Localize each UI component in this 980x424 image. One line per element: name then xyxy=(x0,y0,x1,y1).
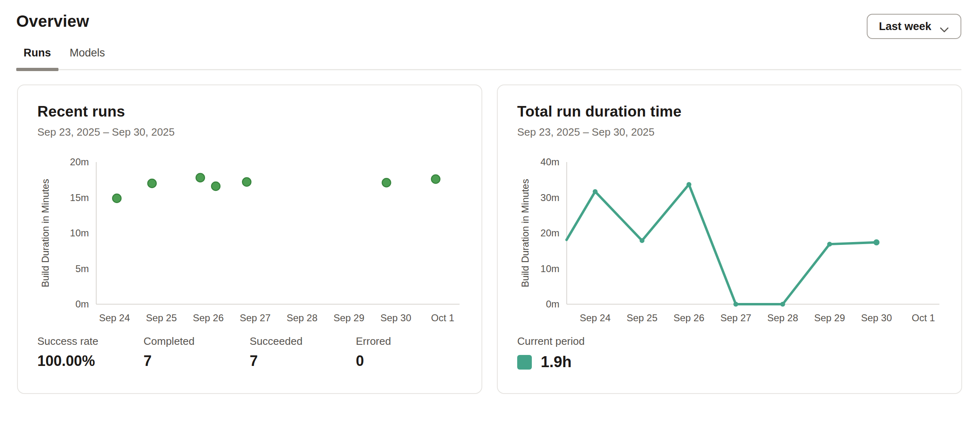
recent-runs-chart: 0m5m10m15m20mSep 24Sep 25Sep 26Sep 27Sep… xyxy=(37,153,462,329)
svg-text:Sep 27: Sep 27 xyxy=(720,312,751,323)
tab-runs-label: Runs xyxy=(24,47,51,59)
stat-value: 7 xyxy=(144,353,250,370)
card-date-range: Sep 23, 2025 – Sep 30, 2025 xyxy=(517,126,942,138)
svg-text:Oct 1: Oct 1 xyxy=(431,312,454,323)
cards-row: Recent runs Sep 23, 2025 – Sep 30, 2025 … xyxy=(17,84,962,394)
legend-label: Current period xyxy=(517,335,942,348)
svg-text:Sep 29: Sep 29 xyxy=(814,312,845,323)
svg-text:10m: 10m xyxy=(540,263,559,274)
card-title: Total run duration time xyxy=(517,103,942,120)
stat-label: Succeeded xyxy=(250,335,356,348)
svg-text:15m: 15m xyxy=(70,192,89,203)
stat-label: Errored xyxy=(356,335,462,348)
legend-row: 1.9h xyxy=(517,353,942,371)
svg-text:40m: 40m xyxy=(540,156,559,167)
tab-runs[interactable]: Runs xyxy=(24,47,51,69)
svg-text:Sep 24: Sep 24 xyxy=(99,312,130,323)
stat-errored: Errored 0 xyxy=(356,335,462,370)
svg-text:0m: 0m xyxy=(76,299,89,309)
svg-text:Sep 27: Sep 27 xyxy=(240,312,270,323)
stat-value: 0 xyxy=(356,353,462,370)
stat-value: 7 xyxy=(250,353,356,370)
svg-text:20m: 20m xyxy=(70,156,89,167)
tab-models-label: Models xyxy=(70,47,105,59)
svg-text:Build Duration in Minutes: Build Duration in Minutes xyxy=(40,179,51,288)
stat-succeeded: Succeeded 7 xyxy=(250,335,356,370)
svg-text:Sep 30: Sep 30 xyxy=(380,312,411,323)
svg-text:Sep 28: Sep 28 xyxy=(767,312,798,323)
card-title: Recent runs xyxy=(37,103,462,120)
svg-text:Oct 1: Oct 1 xyxy=(912,312,935,323)
svg-text:30m: 30m xyxy=(540,192,559,203)
total-duration-chart: 0m10m20m30m40mSep 24Sep 25Sep 26Sep 27Se… xyxy=(517,153,942,329)
svg-text:5m: 5m xyxy=(76,263,89,274)
svg-text:Sep 26: Sep 26 xyxy=(193,312,224,323)
svg-text:Sep 24: Sep 24 xyxy=(580,312,611,323)
tab-bar: Runs Models xyxy=(16,47,961,70)
stat-label: Success rate xyxy=(37,335,144,348)
stat-success-rate: Success rate 100.00% xyxy=(37,335,144,370)
run-stats-row: Success rate 100.00% Completed 7 Succeed… xyxy=(37,335,462,370)
svg-text:10m: 10m xyxy=(70,227,89,238)
line-chart: 0m10m20m30m40mSep 24Sep 25Sep 26Sep 27Se… xyxy=(517,153,943,329)
page-title: Overview xyxy=(16,12,961,30)
stat-label: Completed xyxy=(144,335,250,348)
total-run-duration-card: Total run duration time Sep 23, 2025 – S… xyxy=(497,84,962,394)
page-header: Overview Last week xyxy=(0,0,980,30)
chevron-down-icon xyxy=(939,23,949,30)
recent-runs-card: Recent runs Sep 23, 2025 – Sep 30, 2025 … xyxy=(17,84,482,394)
stat-completed: Completed 7 xyxy=(144,335,250,370)
chart-legend: Current period 1.9h xyxy=(517,335,942,371)
svg-text:Sep 25: Sep 25 xyxy=(626,312,657,323)
svg-text:Build Duration in Minutes: Build Duration in Minutes xyxy=(520,179,531,288)
stat-value: 100.00% xyxy=(37,353,144,370)
svg-text:20m: 20m xyxy=(540,227,559,238)
legend-value: 1.9h xyxy=(541,353,572,371)
svg-text:Sep 30: Sep 30 xyxy=(861,312,892,323)
svg-text:Sep 29: Sep 29 xyxy=(333,312,364,323)
svg-text:Sep 25: Sep 25 xyxy=(146,312,177,323)
legend-swatch xyxy=(517,355,532,370)
svg-text:Sep 26: Sep 26 xyxy=(673,312,704,323)
card-date-range: Sep 23, 2025 – Sep 30, 2025 xyxy=(37,126,462,138)
svg-text:Sep 28: Sep 28 xyxy=(287,312,317,323)
scatter-chart: 0m5m10m15m20mSep 24Sep 25Sep 26Sep 27Sep… xyxy=(37,153,464,329)
active-tab-indicator xyxy=(16,68,58,71)
period-selector-button[interactable]: Last week xyxy=(867,14,961,39)
period-selector-label: Last week xyxy=(879,20,931,33)
svg-text:0m: 0m xyxy=(546,299,559,309)
tab-models[interactable]: Models xyxy=(70,47,105,69)
